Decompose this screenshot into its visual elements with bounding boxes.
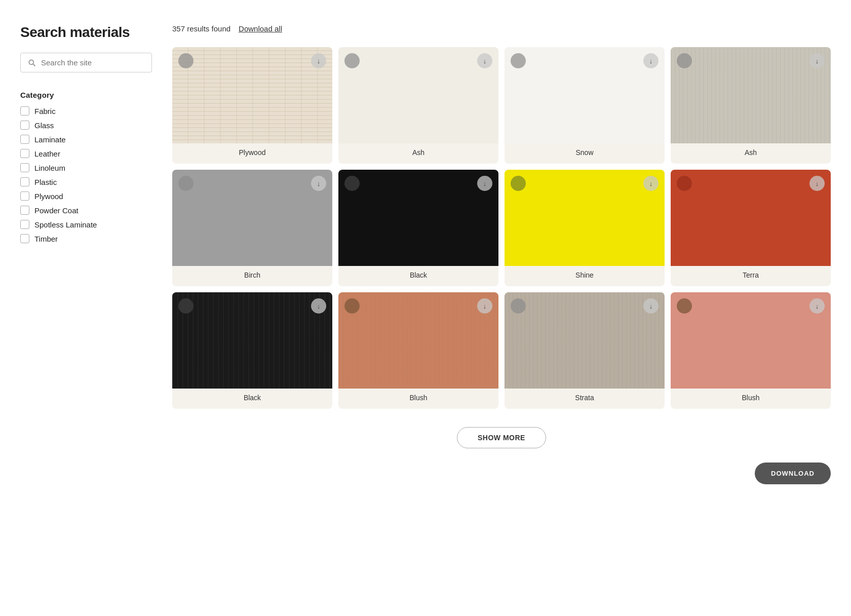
category-section: Category FabricGlassLaminateLeatherLinol… <box>20 91 152 243</box>
category-checkbox[interactable] <box>20 106 29 115</box>
card-image-wrapper: ↓ <box>172 47 332 143</box>
category-item[interactable]: Powder Coat <box>20 206 152 215</box>
card-label: Black <box>338 266 498 286</box>
card-swatch <box>172 170 332 266</box>
category-checkbox[interactable] <box>20 191 29 201</box>
card-image-wrapper: ↓ <box>338 292 498 389</box>
material-card[interactable]: ↓Black <box>172 292 332 409</box>
category-checkbox[interactable] <box>20 220 29 229</box>
card-label: Ash <box>671 143 831 164</box>
sidebar: Search materials Category FabricGlassLam… <box>20 24 152 484</box>
card-image-wrapper: ↓ <box>172 170 332 266</box>
card-label: Shine <box>505 266 665 286</box>
card-color-dot[interactable] <box>178 298 194 314</box>
card-image-wrapper: ↓ <box>505 47 665 143</box>
card-download-button[interactable]: ↓ <box>311 176 326 191</box>
card-download-button[interactable]: ↓ <box>311 298 326 314</box>
card-download-button[interactable]: ↓ <box>477 53 492 68</box>
category-checkbox[interactable] <box>20 149 29 158</box>
card-color-dot[interactable] <box>511 176 526 191</box>
material-card[interactable]: ↓Ash <box>671 47 831 164</box>
category-item[interactable]: Leather <box>20 149 152 158</box>
card-image-wrapper: ↓ <box>671 47 831 143</box>
card-swatch <box>505 292 665 389</box>
category-item[interactable]: Laminate <box>20 135 152 144</box>
material-card[interactable]: ↓Blush <box>671 292 831 409</box>
card-swatch <box>671 292 831 389</box>
category-checkbox[interactable] <box>20 163 29 172</box>
category-item[interactable]: Fabric <box>20 106 152 115</box>
category-checkbox[interactable] <box>20 234 29 243</box>
download-all-link[interactable]: Download all <box>239 24 282 33</box>
card-image-wrapper: ↓ <box>671 292 831 389</box>
material-card[interactable]: ↓Blush <box>338 292 498 409</box>
card-label: Blush <box>671 389 831 409</box>
material-card[interactable]: ↓Strata <box>505 292 665 409</box>
category-item[interactable]: Plastic <box>20 177 152 186</box>
card-color-dot[interactable] <box>344 53 360 68</box>
materials-grid: ↓Plywood↓Ash↓Snow↓Ash↓Birch↓Black↓Shine↓… <box>172 47 831 409</box>
search-icon <box>28 59 36 67</box>
category-label: Leather <box>34 149 60 158</box>
card-label: Birch <box>172 266 332 286</box>
card-color-dot[interactable] <box>511 53 526 68</box>
download-btn-wrapper: DOWNLOAD <box>172 463 831 484</box>
material-card[interactable]: ↓Terra <box>671 170 831 286</box>
category-label: Glass <box>34 121 54 130</box>
card-download-button[interactable]: ↓ <box>477 176 492 191</box>
category-label: Spotless Laminate <box>34 220 97 229</box>
category-label: Timber <box>34 235 58 243</box>
card-label: Ash <box>338 143 498 164</box>
card-swatch <box>671 47 831 143</box>
card-label: Black <box>172 389 332 409</box>
category-item[interactable]: Timber <box>20 234 152 243</box>
category-label: Powder Coat <box>34 206 79 215</box>
category-item[interactable]: Spotless Laminate <box>20 220 152 229</box>
card-download-button[interactable]: ↓ <box>809 53 825 68</box>
card-swatch <box>172 292 332 389</box>
category-item[interactable]: Plywood <box>20 191 152 201</box>
main-content: 357 results found Download all ↓Plywood↓… <box>172 24 831 484</box>
card-download-button[interactable]: ↓ <box>643 176 659 191</box>
search-input[interactable] <box>41 58 144 67</box>
material-card[interactable]: ↓Ash <box>338 47 498 164</box>
card-download-button[interactable]: ↓ <box>477 298 492 314</box>
card-color-dot[interactable] <box>677 298 692 314</box>
results-count: 357 results found <box>172 24 230 33</box>
category-checkbox[interactable] <box>20 121 29 130</box>
category-checkbox[interactable] <box>20 135 29 144</box>
download-button[interactable]: DOWNLOAD <box>755 463 831 484</box>
category-checkbox[interactable] <box>20 177 29 186</box>
show-more-button[interactable]: SHOW MORE <box>457 427 546 448</box>
card-color-dot[interactable] <box>344 298 360 314</box>
category-item[interactable]: Linoleum <box>20 163 152 172</box>
card-image-wrapper: ↓ <box>671 170 831 266</box>
card-download-button[interactable]: ↓ <box>643 53 659 68</box>
page-title: Search materials <box>20 24 152 41</box>
card-label: Snow <box>505 143 665 164</box>
card-color-dot[interactable] <box>178 176 194 191</box>
category-checkbox[interactable] <box>20 206 29 215</box>
card-color-dot[interactable] <box>511 298 526 314</box>
material-card[interactable]: ↓Plywood <box>172 47 332 164</box>
material-card[interactable]: ↓Snow <box>505 47 665 164</box>
material-card[interactable]: ↓Birch <box>172 170 332 286</box>
card-download-button[interactable]: ↓ <box>311 53 326 68</box>
card-color-dot[interactable] <box>344 176 360 191</box>
category-label: Plywood <box>34 192 63 201</box>
card-download-button[interactable]: ↓ <box>809 176 825 191</box>
card-image-wrapper: ↓ <box>505 170 665 266</box>
card-color-dot[interactable] <box>178 53 194 68</box>
material-card[interactable]: ↓Black <box>338 170 498 286</box>
card-swatch <box>505 47 665 143</box>
card-color-dot[interactable] <box>677 176 692 191</box>
card-download-button[interactable]: ↓ <box>809 298 825 314</box>
svg-line-1 <box>33 64 35 66</box>
search-box[interactable] <box>20 53 152 72</box>
material-card[interactable]: ↓Shine <box>505 170 665 286</box>
card-label: Terra <box>671 266 831 286</box>
card-color-dot[interactable] <box>677 53 692 68</box>
show-more-wrapper: SHOW MORE <box>172 427 831 448</box>
card-download-button[interactable]: ↓ <box>643 298 659 314</box>
category-item[interactable]: Glass <box>20 121 152 130</box>
